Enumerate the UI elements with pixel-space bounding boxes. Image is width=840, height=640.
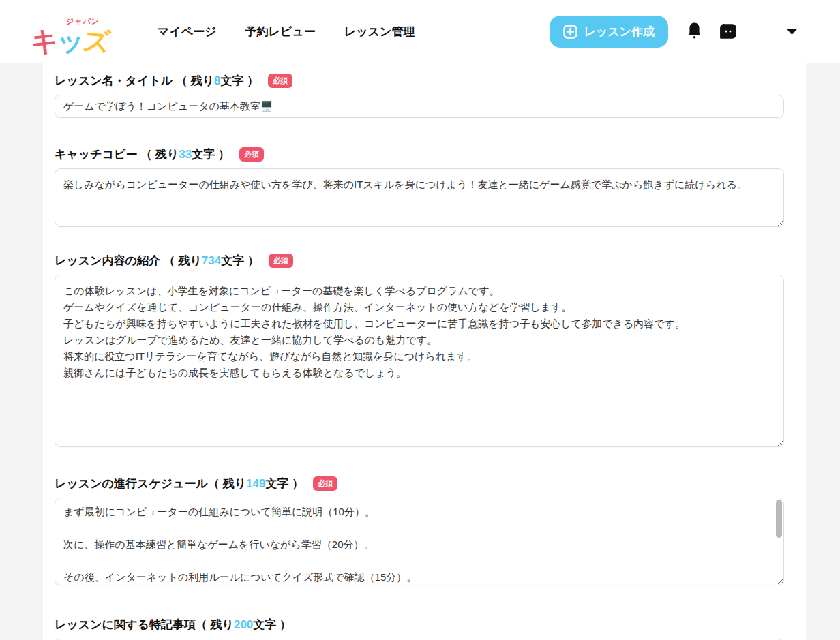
catch-copy-label: キャッチコピー （ 残り33文字 ）: [55, 147, 230, 162]
required-badge: 必須: [313, 476, 338, 491]
special-notes-label: レッスンに関する特記事項（ 残り200文字 ）: [55, 617, 291, 633]
nav-item-reservation-review[interactable]: 予約レビュー: [245, 24, 316, 40]
app-header: ジャパン キッズ マイページ 予約レビュー レッスン管理 レッスン作成: [0, 0, 840, 63]
remaining-count: 200: [234, 618, 253, 631]
field-lesson-title: レッスン名・タイトル （ 残り8文字 ） 必須: [55, 72, 794, 118]
required-badge: 必須: [239, 147, 264, 162]
notifications-button[interactable]: [686, 22, 703, 42]
remaining-count: 8: [214, 74, 220, 87]
lesson-schedule-label: レッスンの進行スケジュール（ 残り149文字 ）: [55, 476, 303, 491]
create-lesson-button[interactable]: レッスン作成: [550, 16, 668, 48]
schedule-textarea-wrap: まず最初にコンピューターの仕組みについて簡単に説明（10分）。 次に、操作の基本…: [55, 498, 784, 585]
lesson-title-label: レッスン名・タイトル （ 残り8文字 ）: [55, 73, 258, 89]
field-catch-copy: キャッチコピー （ 残り33文字 ） 必須 楽しみながらコンピューターの仕組みや…: [55, 145, 794, 227]
nav-item-lesson-management[interactable]: レッスン管理: [344, 24, 415, 40]
field-special-notes: レッスンに関する特記事項（ 残り200文字 ）: [55, 615, 794, 640]
catch-copy-textarea[interactable]: 楽しみながらコンピューターの仕組みや使い方を学び、将来のITスキルを身につけよう…: [55, 168, 784, 227]
logo-japan-text: ジャパン: [66, 16, 100, 27]
field-lesson-schedule: レッスンの進行スケジュール（ 残り149文字 ） 必須 まず最初にコンピューター…: [55, 474, 794, 585]
account-menu-button[interactable]: [786, 29, 798, 35]
main-nav: マイページ 予約レビュー レッスン管理: [158, 24, 415, 40]
lesson-title-input[interactable]: [55, 95, 784, 118]
lesson-schedule-textarea[interactable]: まず最初にコンピューターの仕組みについて簡単に説明（10分）。 次に、操作の基本…: [55, 498, 784, 585]
remaining-count: 734: [202, 254, 221, 267]
chat-bubble-icon: [719, 23, 737, 40]
chevron-down-icon: [786, 29, 798, 35]
lesson-intro-textarea[interactable]: この体験レッスンは、小学生を対象にコンピューターの基礎を楽しく学べるプログラムで…: [55, 275, 784, 447]
remaining-count: 33: [179, 148, 192, 161]
field-lesson-intro: レッスン内容の紹介 （ 残り734文字 ） 必須 この体験レッスンは、小学生を対…: [55, 252, 794, 447]
nav-item-mypage[interactable]: マイページ: [158, 24, 217, 40]
bell-icon: [686, 22, 703, 42]
header-actions: レッスン作成: [550, 16, 806, 48]
required-badge: 必須: [268, 74, 292, 88]
create-lesson-label: レッスン作成: [584, 24, 655, 40]
lesson-intro-label: レッスン内容の紹介 （ 残り734文字 ）: [55, 253, 259, 269]
required-badge: 必須: [269, 254, 293, 268]
remaining-count: 149: [246, 477, 265, 490]
messages-button[interactable]: [719, 23, 737, 40]
lesson-form: レッスン名・タイトル （ 残り8文字 ） 必須 キャッチコピー （ 残り33文字…: [43, 63, 806, 640]
logo-kids-text: キッズ: [31, 26, 108, 56]
scrollbar-thumb[interactable]: [776, 500, 782, 538]
plus-icon: [563, 25, 578, 39]
site-logo[interactable]: ジャパン キッズ: [31, 8, 112, 56]
